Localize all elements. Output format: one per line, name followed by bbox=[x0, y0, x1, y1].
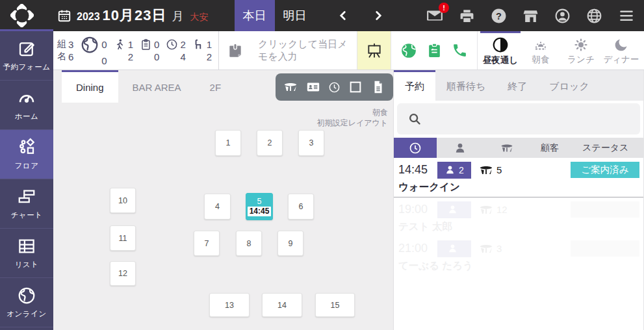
reservation-search-input[interactable] bbox=[397, 103, 640, 134]
sort-guests-column[interactable] bbox=[437, 142, 483, 155]
status-column-header[interactable]: ステータス bbox=[573, 142, 643, 154]
help-icon[interactable]: ? bbox=[491, 8, 507, 24]
walk-icon bbox=[114, 38, 126, 51]
today-button[interactable]: 本日 bbox=[235, 0, 275, 31]
gauge-icon bbox=[17, 88, 36, 108]
status-badge: ご案内済み bbox=[571, 162, 639, 178]
floor-tab-2F[interactable]: 2F bbox=[196, 70, 236, 103]
sidebar-item-フロア[interactable]: フロア bbox=[0, 130, 53, 179]
floor-table-11[interactable]: 11 bbox=[110, 225, 136, 251]
app-logo-icon[interactable] bbox=[10, 4, 34, 27]
table-number: 13 bbox=[225, 301, 234, 310]
floor-table-9[interactable]: 9 bbox=[277, 231, 303, 256]
table-assignment: 12 bbox=[479, 203, 508, 217]
reservation-row[interactable]: 19:0012テスト 太郎 bbox=[394, 197, 643, 236]
table-number: 10 bbox=[118, 196, 127, 205]
customer-column-header[interactable]: 顧客 bbox=[530, 142, 573, 154]
globe-icon bbox=[17, 286, 36, 305]
memo-icon bbox=[227, 42, 244, 59]
floor-table-7[interactable]: 7 bbox=[194, 231, 220, 256]
online-globe-icon[interactable] bbox=[400, 42, 417, 59]
globe-icon bbox=[80, 35, 99, 55]
table-icon bbox=[479, 163, 493, 177]
floor-tab-Dining[interactable]: Dining bbox=[62, 70, 118, 103]
meal-tab-label: 朝食 bbox=[532, 54, 550, 66]
sidebar-item-リスト[interactable]: リスト bbox=[0, 229, 53, 278]
square-icon[interactable] bbox=[348, 80, 363, 94]
floor-table-15[interactable]: 15 bbox=[315, 293, 355, 317]
floor-table-8[interactable]: 8 bbox=[236, 231, 262, 256]
reservation-tab-予約[interactable]: 予約 bbox=[394, 70, 435, 101]
sort-time-column[interactable] bbox=[394, 138, 437, 158]
waitlist-clipboard-icon[interactable] bbox=[426, 42, 443, 58]
reservation-tab-ブロック[interactable]: ブロック bbox=[538, 70, 600, 101]
floor-table-10[interactable]: 10 bbox=[110, 188, 136, 213]
sidebar-item-オンライン[interactable]: オンライン bbox=[0, 278, 53, 327]
stat-bottom-value: 4 bbox=[180, 51, 185, 62]
person-icon bbox=[447, 204, 458, 215]
meal-tab-昼夜通し[interactable]: 昼夜通し bbox=[480, 31, 521, 70]
printer-icon[interactable] bbox=[459, 8, 475, 24]
floor-table-14[interactable]: 14 bbox=[262, 293, 302, 317]
phone-icon[interactable] bbox=[452, 42, 468, 58]
floor-tab-BAR AREA[interactable]: BAR AREA bbox=[118, 70, 196, 103]
meal-tab-ランチ[interactable]: ランチ bbox=[561, 31, 601, 70]
mail-icon[interactable]: ! bbox=[426, 7, 443, 24]
table-number: 2 bbox=[268, 138, 272, 147]
sun-icon bbox=[573, 37, 589, 53]
sort-table-column[interactable] bbox=[483, 142, 530, 155]
floor-table-6[interactable]: 6 bbox=[288, 194, 314, 220]
reservation-time: 21:00 bbox=[398, 242, 437, 255]
stat-bottom-value: 6 bbox=[68, 51, 73, 62]
clock-icon bbox=[166, 38, 178, 51]
topbar: 2023 10月23日 月 大安 本日 明日 ! ? bbox=[0, 0, 644, 31]
contrast-icon bbox=[492, 36, 509, 53]
floor-table-2[interactable]: 2 bbox=[257, 130, 283, 156]
daily-memo-input[interactable]: クリックして当日メモを入力 bbox=[219, 31, 357, 70]
meal-tab-ディナー[interactable]: ディナー bbox=[601, 31, 641, 70]
customer-name: テスト 太郎 bbox=[398, 220, 639, 234]
clock-icon[interactable] bbox=[328, 81, 341, 94]
board-button[interactable] bbox=[357, 31, 391, 70]
document-icon[interactable] bbox=[371, 80, 385, 94]
floor-table-13[interactable]: 13 bbox=[209, 293, 250, 317]
floor-table-5[interactable]: 514:45 bbox=[246, 193, 273, 220]
table-time-chip: 14:45 bbox=[248, 207, 272, 216]
reservation-row[interactable]: 21:003てーぶる たろう bbox=[394, 236, 643, 275]
reservation-row[interactable]: 14:4525ご案内済みウォークイン bbox=[394, 158, 643, 197]
account-icon[interactable] bbox=[554, 8, 571, 24]
floor-table-12[interactable]: 12 bbox=[110, 261, 136, 286]
day-switcher: 本日 明日 bbox=[235, 0, 315, 31]
meal-tab-朝食[interactable]: 朝食 bbox=[521, 31, 561, 70]
tomorrow-button[interactable]: 明日 bbox=[275, 0, 315, 31]
floor-table-1[interactable]: 1 bbox=[215, 130, 241, 156]
store-icon[interactable] bbox=[522, 8, 539, 24]
reservation-time: 14:45 bbox=[398, 163, 437, 177]
prev-day-icon[interactable] bbox=[336, 8, 350, 23]
meal-period-tabs: 昼夜通し朝食ランチディナー bbox=[478, 31, 644, 70]
language-globe-icon[interactable] bbox=[586, 8, 602, 24]
table-number: 14 bbox=[277, 301, 287, 310]
reservation-tab-終了[interactable]: 終了 bbox=[496, 70, 538, 101]
sidebar-item-予約フォーム[interactable]: 予約フォーム bbox=[0, 31, 53, 81]
floor-table-4[interactable]: 4 bbox=[204, 194, 231, 220]
table-icon[interactable] bbox=[283, 80, 298, 94]
assigned-table-number: 5 bbox=[496, 164, 502, 175]
floor-table-3[interactable]: 3 bbox=[298, 130, 324, 156]
stat-column: 12 bbox=[192, 38, 212, 62]
table-number: 9 bbox=[289, 239, 293, 248]
statusbar: 組3名60012002412 クリックして当日メモを入力 昼夜通し朝食ランチディ… bbox=[53, 31, 644, 70]
date-display[interactable]: 2023 10月23日 月 大安 bbox=[57, 6, 209, 25]
table-icon bbox=[479, 242, 493, 256]
sidebar-item-ホーム[interactable]: ホーム bbox=[0, 81, 53, 130]
idcard-icon[interactable] bbox=[306, 80, 320, 94]
person-icon bbox=[454, 142, 467, 155]
next-day-icon[interactable] bbox=[371, 8, 385, 23]
easel-icon bbox=[366, 42, 383, 59]
edit-icon bbox=[17, 39, 36, 58]
menu-icon[interactable] bbox=[618, 7, 635, 24]
reservation-tab-順番待ち[interactable]: 順番待ち bbox=[435, 70, 496, 101]
sidebar-item-チャート[interactable]: チャート bbox=[0, 179, 53, 229]
date-main: 10月23日 bbox=[103, 6, 167, 25]
mail-badge: ! bbox=[439, 3, 449, 13]
